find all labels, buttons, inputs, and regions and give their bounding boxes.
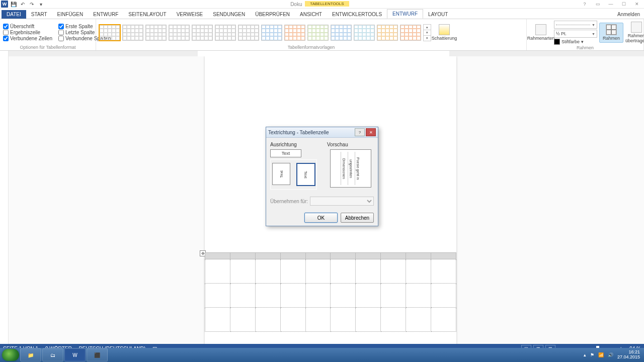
table-style-2[interactable] (122, 25, 143, 41)
table-style-9[interactable] (284, 25, 305, 41)
task-app[interactable]: ⬛ (87, 348, 108, 361)
orientation-vertical-up[interactable]: Text (272, 163, 291, 186)
tray-flag-icon[interactable]: ⚑ (590, 352, 594, 357)
group-table-styles: ▴▾▾ Schattierung Tabellenformatvorlagen (96, 19, 527, 50)
tab-view[interactable]: ANSICHT (295, 10, 327, 19)
redo-icon[interactable]: ↷ (28, 1, 35, 8)
table-style-13[interactable] (377, 25, 398, 41)
check-total-row[interactable]: Ergebniszeile (3, 30, 52, 35)
contextual-tab-label: TABELLENTOOLS (302, 0, 352, 8)
table-style-1[interactable] (99, 25, 120, 41)
start-button[interactable] (2, 349, 19, 361)
tab-tabletools-layout[interactable]: LAYOUT (423, 10, 453, 19)
table-style-5[interactable] (192, 25, 213, 41)
minimize-icon[interactable]: — (605, 1, 617, 8)
maximize-icon[interactable]: ☐ (618, 1, 630, 8)
tab-review[interactable]: ÜBERPRÜFEN (250, 10, 295, 19)
document-table[interactable] (205, 252, 456, 332)
border-painter-button[interactable]: Rahmen übertragen (625, 22, 644, 44)
table-style-3[interactable] (145, 25, 167, 41)
windows-taskbar: 📁 🗂 W ⬛ ▴ ⚑ 📶 🔊 16:2127.04.2015 (0, 348, 644, 362)
preview-box: Dimensionen ungeahnten Poesie geht in (330, 149, 371, 188)
close-icon[interactable]: ✕ (631, 1, 643, 8)
table-style-12[interactable] (354, 25, 375, 41)
group-label-styles: Tabellenformatvorlagen (99, 44, 523, 50)
check-banded-rows[interactable]: Verbundene Zeilen (3, 36, 52, 41)
ribbon-options-icon[interactable]: ▭ (592, 1, 604, 8)
word-icon: W (1, 1, 8, 8)
help-icon[interactable]: ? (579, 1, 591, 8)
tab-insert[interactable]: EINFÜGEN (52, 10, 89, 19)
group-table-style-options: Überschrift Erste Spalte Ergebniszeile L… (0, 19, 96, 50)
collapse-ribbon-icon[interactable]: ˇ (640, 42, 642, 47)
text-direction-dialog: Textrichtung - Tabellenzelle ? ✕ Ausrich… (266, 127, 378, 226)
group-label-options: Optionen für Tabellenformat (3, 44, 93, 50)
table-style-10[interactable] (307, 25, 329, 41)
pen-color-swatch (554, 39, 560, 45)
ruler-vertical (0, 56, 9, 349)
tab-references[interactable]: VERWEISE (172, 10, 208, 19)
system-tray: ▴ ⚑ 📶 🔊 16:2127.04.2015 (584, 350, 642, 360)
border-style-icon (535, 24, 546, 35)
orientation-vertical-down[interactable]: Text (296, 163, 316, 186)
preview-label: Vorschau (327, 142, 374, 147)
orientation-horizontal[interactable]: Text (270, 149, 301, 157)
tray-volume-icon[interactable]: 🔊 (608, 352, 613, 357)
orientation-section: Ausrichtung Text Text Text (270, 142, 317, 190)
apply-to-dropdown[interactable] (310, 197, 374, 206)
table-style-gallery[interactable]: ▴▾▾ (99, 24, 431, 41)
qat-customize-icon[interactable]: ▾ (37, 1, 44, 8)
tray-network-icon[interactable]: 📶 (598, 352, 604, 357)
line-style-dropdown[interactable]: ▼ (554, 21, 597, 29)
group-label-borders: Rahmen (530, 45, 640, 51)
tab-design[interactable]: ENTWURF (88, 10, 123, 19)
line-weight-dropdown[interactable]: ½ Pt.▼ (554, 30, 597, 38)
apply-to-row: Übernehmen für: (270, 197, 374, 206)
paint-bucket-icon (439, 24, 450, 35)
tray-clock[interactable]: 16:2127.04.2015 (617, 350, 640, 360)
titlebar: W 💾 ↶ ↷ ▾ Dokument1 - Word TABELLENTOOLS… (0, 0, 644, 9)
task-folder[interactable]: 🗂 (42, 348, 63, 361)
check-header-row[interactable]: Überschrift (3, 24, 52, 29)
signin-link[interactable]: Anmelden (613, 10, 644, 19)
table-style-4[interactable] (169, 25, 190, 41)
table-style-7[interactable] (238, 25, 259, 41)
tab-mailings[interactable]: SENDUNGEN (208, 10, 250, 19)
tab-file[interactable]: DATEI (2, 10, 26, 19)
orientation-label: Ausrichtung (270, 142, 317, 147)
tab-start[interactable]: START (26, 10, 52, 19)
table-style-8[interactable] (261, 25, 282, 41)
undo-icon[interactable]: ↶ (19, 1, 26, 8)
tray-arrow-icon[interactable]: ▴ (584, 352, 586, 357)
tab-developer[interactable]: ENTWICKLERTOOLS (327, 10, 387, 19)
table-style-6[interactable] (215, 25, 236, 41)
save-icon[interactable]: 💾 (10, 1, 17, 8)
dialog-title: Textrichtung - Tabellenzelle (268, 130, 354, 135)
borders-button[interactable]: Rahmen (599, 23, 623, 43)
ok-button[interactable]: OK (304, 213, 338, 223)
gallery-scroll[interactable]: ▴▾▾ (423, 24, 431, 41)
dialog-titlebar[interactable]: Textrichtung - Tabellenzelle ? ✕ (266, 127, 378, 138)
group-borders: Rahmenarten ▼ ½ Pt.▼ Stiftfarbe ▾ Rahmen… (527, 19, 644, 50)
window-controls: ? ▭ — ☐ ✕ (579, 1, 643, 8)
dialog-close-icon[interactable]: ✕ (366, 128, 376, 136)
table-style-11[interactable] (331, 25, 352, 41)
border-painter-icon (631, 22, 642, 33)
cancel-button[interactable]: Abbrechen (341, 213, 374, 223)
shading-button[interactable]: Schattierung (433, 24, 455, 41)
quick-access-toolbar: W 💾 ↶ ↷ ▾ (1, 1, 44, 8)
task-explorer[interactable]: 📁 (20, 348, 41, 361)
preview-section: Vorschau Dimensionen ungeahnten Poesie g… (327, 142, 374, 190)
tab-tabletools-design[interactable]: ENTWURF (387, 9, 423, 19)
pen-color-dropdown[interactable]: Stiftfarbe ▾ (554, 39, 597, 45)
apply-to-label: Übernehmen für: (270, 199, 308, 204)
ribbon-tabs: DATEI START EINFÜGEN ENTWURF SEITENLAYOU… (0, 9, 644, 19)
dialog-help-icon[interactable]: ? (355, 128, 365, 136)
task-word[interactable]: W (64, 348, 86, 361)
tab-pagelayout[interactable]: SEITENLAYOUT (123, 10, 171, 19)
border-controls: ▼ ½ Pt.▼ Stiftfarbe ▾ (554, 21, 597, 45)
ribbon: Überschrift Erste Spalte Ergebniszeile L… (0, 19, 644, 51)
border-styles-button[interactable]: Rahmenarten (530, 24, 552, 41)
table-style-14[interactable] (400, 25, 421, 41)
borders-grid-icon (606, 24, 617, 35)
